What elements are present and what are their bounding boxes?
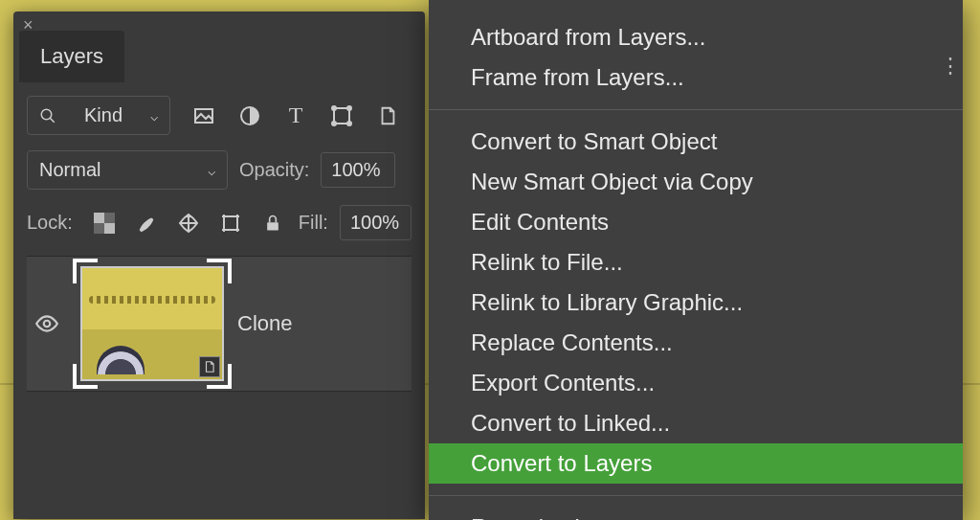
menu-item-export-contents[interactable]: Export Contents... bbox=[429, 363, 963, 403]
shape-filter-icon[interactable] bbox=[327, 102, 356, 130]
chevron-down-icon: ⌵ bbox=[150, 108, 158, 124]
smartobject-badge-icon bbox=[199, 356, 220, 377]
adjustment-filter-icon[interactable] bbox=[235, 102, 264, 130]
lock-paint-icon[interactable] bbox=[132, 209, 161, 237]
opacity-label: Opacity: bbox=[239, 159, 309, 181]
menu-item-convert-to-layers[interactable]: Convert to Layers bbox=[429, 443, 963, 484]
svg-point-7 bbox=[332, 122, 336, 125]
menu-item-replace-contents[interactable]: Replace Contents... bbox=[429, 323, 963, 363]
svg-rect-12 bbox=[224, 216, 237, 230]
layers-panel: × Layers Kind ⌵ T Normal ⌵ bbox=[13, 11, 425, 519]
blend-row: Normal ⌵ Opacity: 100% bbox=[27, 150, 412, 190]
svg-point-0 bbox=[41, 109, 52, 120]
svg-rect-10 bbox=[94, 213, 104, 223]
menu-item-edit-contents[interactable]: Edit Contents bbox=[429, 202, 963, 242]
filter-type-icons: T bbox=[189, 102, 402, 130]
panel-tabs: Layers bbox=[13, 31, 425, 82]
layer-row[interactable]: Clone bbox=[27, 256, 412, 392]
svg-point-18 bbox=[44, 321, 51, 328]
menu-item-artboard-from-layers[interactable]: Artboard from Layers... bbox=[429, 17, 963, 57]
fill-input[interactable]: 100% bbox=[340, 205, 412, 240]
lock-label: Lock: bbox=[27, 212, 73, 234]
svg-rect-4 bbox=[334, 108, 349, 124]
tab-layers[interactable]: Layers bbox=[19, 31, 124, 82]
blend-mode-dropdown[interactable]: Normal ⌵ bbox=[27, 150, 228, 190]
panel-menu-icon[interactable]: ⋮ bbox=[940, 54, 961, 79]
lock-row: Lock: Fill: 100% bbox=[27, 205, 412, 240]
lock-position-icon[interactable] bbox=[174, 209, 203, 237]
lock-transparency-icon[interactable] bbox=[90, 209, 119, 237]
context-menu: ⋮ Artboard from Layers...Frame from Laye… bbox=[429, 0, 963, 520]
menu-separator bbox=[429, 109, 963, 110]
visibility-eye-icon[interactable] bbox=[34, 311, 67, 336]
smartobject-filter-icon[interactable] bbox=[373, 102, 402, 130]
lock-artboard-icon[interactable] bbox=[216, 209, 245, 237]
filter-row: Kind ⌵ T bbox=[27, 96, 412, 135]
panel-body: Kind ⌵ T Normal ⌵ Opacity: 100% Lock: bbox=[13, 82, 425, 405]
svg-line-1 bbox=[50, 118, 55, 123]
menu-item-relink-to-file[interactable]: Relink to File... bbox=[429, 242, 963, 283]
filter-kind-label: Kind bbox=[84, 104, 122, 126]
blend-mode-value: Normal bbox=[39, 159, 100, 181]
menu-item-convert-to-linked[interactable]: Convert to Linked... bbox=[429, 403, 963, 443]
svg-point-5 bbox=[332, 106, 336, 110]
image-filter-icon[interactable] bbox=[189, 102, 218, 130]
fill-label: Fill: bbox=[299, 212, 328, 234]
menu-item-rasterize-layer[interactable]: Rasterize Layer bbox=[429, 508, 963, 520]
close-icon[interactable]: × bbox=[23, 15, 33, 35]
svg-point-8 bbox=[347, 122, 351, 125]
menu-item-convert-to-smart-object[interactable]: Convert to Smart Object bbox=[429, 122, 963, 162]
layer-name-label[interactable]: Clone bbox=[237, 311, 292, 336]
filter-kind-dropdown[interactable]: Kind ⌵ bbox=[27, 96, 170, 135]
search-icon bbox=[39, 107, 56, 124]
menu-item-new-smart-object-via-copy[interactable]: New Smart Object via Copy bbox=[429, 162, 963, 202]
opacity-input[interactable]: 100% bbox=[321, 152, 395, 188]
menu-item-frame-from-layers[interactable]: Frame from Layers... bbox=[429, 57, 963, 98]
menu-item-relink-to-library-graphic[interactable]: Relink to Library Graphic... bbox=[429, 283, 963, 323]
layer-thumbnail[interactable] bbox=[80, 266, 224, 381]
svg-point-6 bbox=[347, 106, 351, 110]
svg-rect-17 bbox=[267, 222, 278, 230]
lock-all-icon[interactable] bbox=[258, 209, 287, 237]
menu-separator bbox=[429, 495, 963, 496]
type-filter-icon[interactable]: T bbox=[281, 102, 310, 130]
svg-rect-11 bbox=[104, 223, 115, 234]
chevron-down-icon: ⌵ bbox=[208, 163, 215, 178]
